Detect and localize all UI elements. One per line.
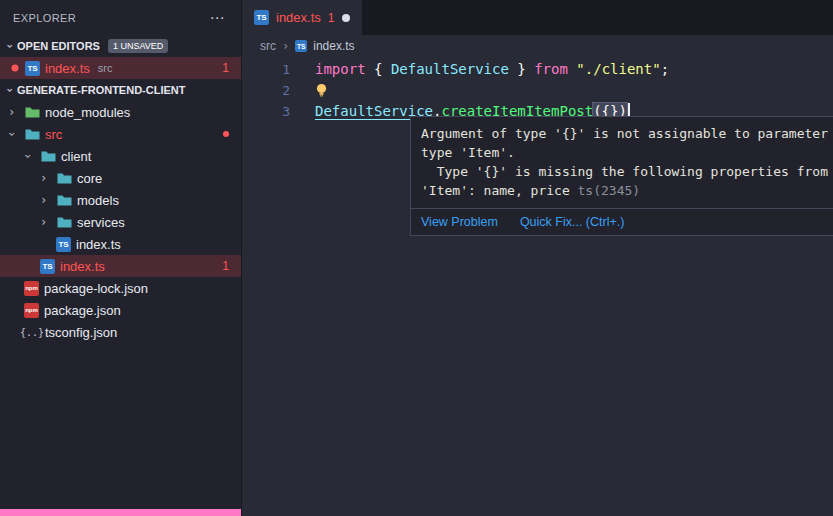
hover-message-line: Type '{}' is missing the following prope…: [421, 162, 833, 181]
tab-index-ts[interactable]: TS index.ts 1: [242, 0, 362, 35]
code-text[interactable]: import { DefaultService } from "./client…: [315, 59, 669, 80]
code-token: {: [366, 61, 391, 77]
error-dot-icon: [223, 131, 229, 137]
quick-fix-link[interactable]: Quick Fix... (Ctrl+.): [520, 215, 625, 229]
view-problem-link[interactable]: View Problem: [421, 215, 498, 229]
code-token: DefaultService: [391, 61, 509, 77]
tree-item-package-lock-json[interactable]: npmpackage-lock.json: [0, 277, 241, 299]
npm-file-icon: npm: [24, 303, 39, 318]
tree-item-label: services: [77, 215, 125, 230]
more-actions-icon[interactable]: ⋯: [210, 10, 225, 25]
code-token: from: [534, 61, 568, 77]
code-token: ;: [661, 61, 669, 77]
statusbar-fragment: [0, 509, 242, 516]
open-editor-label: index.ts: [45, 61, 90, 76]
chevron-down-icon[interactable]: ›: [21, 149, 35, 164]
breadcrumb: src › TS index.ts: [242, 35, 833, 57]
tab-bar: TS index.ts 1: [242, 0, 833, 35]
npm-file-icon: npm: [24, 281, 39, 296]
tree-item-label: client: [61, 149, 91, 164]
chevron-right-icon[interactable]: ›: [4, 105, 19, 119]
tree-item-src[interactable]: ›src: [0, 123, 241, 145]
folder-icon: [56, 172, 72, 185]
tree-item-index-ts[interactable]: TSindex.ts1: [0, 255, 241, 277]
folder-icon: [40, 150, 56, 163]
code-token: import: [315, 61, 366, 77]
folder-icon: [56, 194, 72, 207]
chevron-right-icon[interactable]: ›: [36, 193, 51, 207]
code-token: "./client": [576, 61, 660, 77]
tab-label: index.ts: [276, 10, 321, 25]
typescript-file-icon: TS: [295, 40, 307, 52]
problems-count-badge: 1: [222, 259, 229, 273]
line-number: 1: [242, 59, 290, 80]
hover-message-line: Argument of type '{}' is not assignable …: [421, 124, 833, 143]
open-editors-header[interactable]: › OPEN EDITORS 1 UNSAVED: [0, 35, 241, 57]
hover-message-line: type 'Item'.: [421, 143, 833, 162]
tree-item-label: package.json: [44, 303, 121, 318]
typescript-file-icon: TS: [56, 237, 71, 252]
chevron-down-icon[interactable]: ›: [5, 127, 19, 142]
tree-item-services[interactable]: ›services: [0, 211, 241, 233]
tab-problems-badge: 1: [328, 11, 335, 25]
typescript-file-icon: TS: [25, 61, 40, 76]
typescript-file-icon: TS: [254, 10, 269, 25]
breadcrumb-file[interactable]: index.ts: [313, 39, 354, 53]
typescript-file-icon: TS: [40, 259, 55, 274]
tree-item-label: index.ts: [76, 237, 121, 252]
editor-area: TS index.ts 1 src › TS index.ts 1import …: [242, 0, 833, 516]
breadcrumb-folder[interactable]: src: [260, 39, 276, 53]
tree-item-models[interactable]: ›models: [0, 189, 241, 211]
code-line[interactable]: 2: [242, 80, 833, 101]
sidebar-header: EXPLORER ⋯: [0, 0, 241, 35]
line-number: 2: [242, 80, 290, 101]
hover-actions: View ProblemQuick Fix... (Ctrl+.): [411, 208, 833, 235]
error-message: Argument of type '{}' is not assignable …: [411, 117, 833, 208]
open-editors-list: TSindex.tssrc1: [0, 57, 241, 79]
workspace-header[interactable]: › GENERATE-FRONTEND-CLIENT: [0, 79, 241, 101]
tree-item-label: index.ts: [60, 259, 105, 274]
tree-item-core[interactable]: ›core: [0, 167, 241, 189]
tree-item-label: node_modules: [45, 105, 130, 120]
open-editor-detail: src: [98, 62, 113, 74]
tree-item-label: package-lock.json: [44, 281, 148, 296]
tree-item-label: tsconfig.json: [45, 325, 117, 340]
vscode-window: EXPLORER ⋯ › OPEN EDITORS 1 UNSAVED TSin…: [0, 0, 833, 516]
chevron-right-icon: ›: [282, 39, 289, 53]
chevron-right-icon[interactable]: ›: [36, 171, 51, 185]
folder-icon: [24, 106, 40, 119]
tree-item-tsconfig-json[interactable]: {..}tsconfig.json: [0, 321, 241, 343]
json-config-file-icon: {..}: [24, 327, 40, 338]
tree-item-label: src: [45, 127, 62, 142]
lightbulb-icon[interactable]: [315, 82, 328, 103]
unsaved-count-badge: 1 UNSAVED: [108, 39, 168, 53]
chevron-down-icon: ›: [3, 83, 17, 98]
code-line[interactable]: 1import { DefaultService } from "./clien…: [242, 59, 833, 80]
open-editor-item[interactable]: TSindex.tssrc1: [0, 57, 241, 79]
line-number: 3: [242, 101, 290, 122]
tree-item-label: core: [77, 171, 102, 186]
chevron-down-icon: ›: [3, 39, 17, 54]
tree-item-label: models: [77, 193, 119, 208]
open-editors-label: OPEN EDITORS: [17, 40, 100, 52]
code-editor[interactable]: 1import { DefaultService } from "./clien…: [242, 59, 833, 122]
tree-item-node-modules[interactable]: ›node_modules: [0, 101, 241, 123]
code-token: }: [509, 61, 534, 77]
tree-item-package-json[interactable]: npmpackage.json: [0, 299, 241, 321]
error-hover-popup: Argument of type '{}' is not assignable …: [410, 116, 833, 236]
hover-message-line: 'Item': name, price ts(2345): [421, 181, 833, 200]
modified-dot-icon[interactable]: [342, 14, 350, 22]
explorer-sidebar: EXPLORER ⋯ › OPEN EDITORS 1 UNSAVED TSin…: [0, 0, 242, 516]
folder-icon: [24, 128, 40, 141]
modified-dot-icon[interactable]: [12, 65, 19, 72]
workspace-label: GENERATE-FRONTEND-CLIENT: [17, 84, 185, 96]
code-text[interactable]: [315, 80, 330, 101]
file-tree: ›node_modules›src›client›core›models›ser…: [0, 101, 241, 343]
problems-count-badge: 1: [222, 61, 229, 75]
folder-icon: [56, 216, 72, 229]
error-code: ts(2345): [570, 183, 640, 198]
explorer-title: EXPLORER: [13, 12, 76, 24]
chevron-right-icon[interactable]: ›: [36, 215, 51, 229]
tree-item-index-ts[interactable]: TSindex.ts: [0, 233, 241, 255]
tree-item-client[interactable]: ›client: [0, 145, 241, 167]
